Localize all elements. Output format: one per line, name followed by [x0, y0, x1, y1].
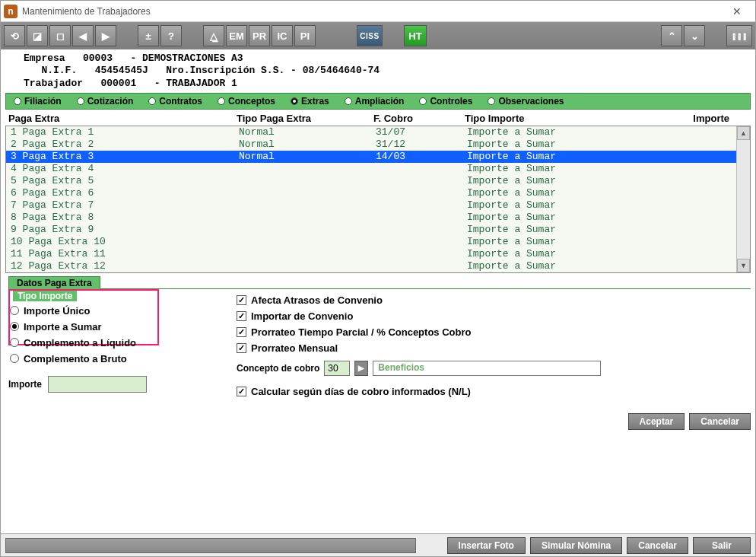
- header-f-cobro: F. Cobro: [373, 113, 465, 124]
- list-headers: Paga Extra Tipo Paga Extra F. Cobro Tipo…: [1, 111, 755, 126]
- bottom-cancelar-button[interactable]: Cancelar: [627, 537, 688, 554]
- tab-label: Contratos: [159, 96, 202, 107]
- radio-dot-icon: [148, 97, 156, 105]
- tab-label: Cotización: [87, 96, 134, 107]
- checkbox-icon[interactable]: [237, 387, 246, 396]
- refresh-button[interactable]: ⟲: [4, 25, 25, 46]
- pi-button[interactable]: PI: [294, 25, 316, 46]
- paga-extra-list[interactable]: 1 Paga Extra 1Normal31/07Importe a Sumar…: [6, 126, 750, 272]
- sort-up-button[interactable]: ⌃: [661, 25, 682, 46]
- check-importar-label: Importar de Convenio: [251, 310, 353, 322]
- table-row[interactable]: 12 Paga Extra 12Importe a Sumar: [6, 260, 750, 272]
- ic-button[interactable]: IC: [272, 25, 293, 46]
- table-row[interactable]: 11 Paga Extra 11Importe a Sumar: [6, 248, 750, 260]
- tab-contratos[interactable]: Contratos: [141, 94, 210, 109]
- inscrip-label: Nro.Inscripción S.S.: [166, 65, 284, 76]
- tab-observaciones[interactable]: Observaciones: [480, 94, 571, 109]
- header-paga-extra: Paga Extra: [8, 113, 237, 124]
- tab-ampliación[interactable]: Ampliación: [337, 94, 412, 109]
- table-row[interactable]: 8 Paga Extra 8Importe a Sumar: [6, 212, 750, 224]
- table-row[interactable]: 5 Paga Extra 5Importe a Sumar: [6, 175, 750, 187]
- tab-label: Ampliación: [355, 96, 405, 107]
- tab-conceptos[interactable]: Conceptos: [210, 94, 283, 109]
- radio-dot-icon: [488, 97, 495, 105]
- radio-icon[interactable]: [10, 338, 19, 347]
- trabajador-code: 000001: [100, 78, 136, 89]
- check-prorrateo-m[interactable]: Prorrateo Mensual: [237, 340, 751, 356]
- empresa-code: 00003: [83, 53, 113, 64]
- help-button[interactable]: ?: [160, 25, 182, 46]
- plusminus-button[interactable]: ±: [138, 25, 159, 46]
- app-icon: n: [4, 5, 17, 18]
- equalizer-button[interactable]: ⫿⫿⫿: [726, 25, 752, 46]
- checkbox-icon[interactable]: [237, 327, 246, 337]
- radio-icon[interactable]: [10, 322, 19, 331]
- checkbox-icon[interactable]: [237, 343, 246, 353]
- tab-controles[interactable]: Controles: [411, 94, 480, 109]
- trabajador-label: Trabajador: [24, 78, 83, 89]
- ht-button[interactable]: HT: [404, 25, 427, 46]
- bell-button[interactable]: △̲: [203, 25, 224, 46]
- tab-cotización[interactable]: Cotización: [69, 94, 141, 109]
- scroll-down-icon[interactable]: ▼: [737, 259, 750, 272]
- radio-complemento-a-l-quido[interactable]: Complemento a Líquido: [10, 335, 208, 351]
- check-calcular[interactable]: Calcular según días de cobro informados …: [237, 384, 751, 399]
- simular-nomina-button[interactable]: Simular Nómina: [530, 537, 622, 554]
- radio-importe-nico[interactable]: Importe Único: [10, 303, 208, 319]
- scrollbar[interactable]: ▲ ▼: [736, 126, 750, 272]
- table-row[interactable]: 7 Paga Extra 7Importe a Sumar: [6, 199, 750, 212]
- tab-filiación[interactable]: Filiación: [6, 94, 69, 109]
- checkbox-icon[interactable]: [237, 295, 246, 305]
- header-tipo-importe: Tipo Importe: [465, 113, 617, 124]
- radio-label: Importe Único: [24, 305, 90, 317]
- tab-extras[interactable]: Extras: [283, 94, 337, 109]
- table-row[interactable]: 2 Paga Extra 2Normal31/12Importe a Sumar: [6, 138, 750, 151]
- checkbox-icon[interactable]: [237, 311, 246, 321]
- titlebar: n Mantenimiento de Trabajadores ✕: [1, 1, 755, 22]
- importe-input[interactable]: [48, 376, 147, 393]
- table-row[interactable]: 4 Paga Extra 4Importe a Sumar: [6, 163, 750, 175]
- insertar-foto-button[interactable]: Insertar Foto: [447, 537, 526, 554]
- prev-button[interactable]: ◀: [72, 25, 94, 46]
- radio-dot-icon: [291, 97, 298, 105]
- salir-button[interactable]: Salir: [693, 537, 751, 554]
- sort-down-button[interactable]: ⌄: [684, 25, 705, 46]
- maximize-button[interactable]: ◪: [27, 25, 48, 46]
- table-row[interactable]: 10 Paga Extra 10Importe a Sumar: [6, 236, 750, 248]
- importe-label: Importe: [8, 379, 42, 390]
- ciss-button[interactable]: CISS: [357, 25, 383, 46]
- concepto-code-input[interactable]: [324, 361, 350, 376]
- tab-label: Filiación: [24, 96, 62, 107]
- radio-icon[interactable]: [10, 354, 19, 363]
- check-prorrateo-m-label: Prorrateo Mensual: [251, 342, 338, 354]
- table-row[interactable]: 9 Paga Extra 9Importe a Sumar: [6, 224, 750, 236]
- tab-label: Observaciones: [498, 96, 564, 107]
- table-row[interactable]: 3 Paga Extra 3Normal14/03Importe a Sumar: [6, 151, 750, 163]
- radio-label: Complemento a Líquido: [24, 337, 136, 349]
- nif-value: 45454545J: [95, 65, 148, 76]
- concepto-lookup-button[interactable]: ▶: [354, 361, 368, 376]
- check-importar[interactable]: Importar de Convenio: [237, 308, 751, 324]
- radio-icon[interactable]: [10, 306, 19, 315]
- pr-button[interactable]: PR: [249, 25, 270, 46]
- header-importe: Importe: [617, 113, 745, 124]
- stop-button[interactable]: ◻: [49, 25, 71, 46]
- radio-complemento-a-bruto[interactable]: Complemento a Bruto: [10, 351, 208, 367]
- aceptar-button[interactable]: Aceptar: [628, 413, 685, 430]
- datos-paga-extra-group: Datos Paga Extra: [8, 276, 751, 289]
- cancelar-button[interactable]: Cancelar: [689, 413, 751, 430]
- window-title: Mantenimiento de Trabajadores: [22, 6, 722, 17]
- empresa-label: Empresa: [24, 53, 65, 64]
- em-button[interactable]: EM: [226, 25, 247, 46]
- table-row[interactable]: 1 Paga Extra 1Normal31/07Importe a Sumar: [6, 126, 750, 138]
- radio-importe-a-sumar[interactable]: Importe a Sumar: [10, 319, 208, 335]
- bottom-bar: Insertar Foto Simular Nómina Cancelar Sa…: [1, 533, 755, 556]
- check-afecta[interactable]: Afecta Atrasos de Convenio: [237, 292, 751, 308]
- next-button[interactable]: ▶: [95, 25, 116, 46]
- table-row[interactable]: 6 Paga Extra 6Importe a Sumar: [6, 187, 750, 199]
- group-label: Datos Paga Extra: [8, 276, 100, 289]
- close-icon[interactable]: ✕: [722, 2, 752, 21]
- check-prorrateo-tp[interactable]: Prorrateo Tiempo Parcial / % Conceptos C…: [237, 324, 751, 340]
- concepto-label: Concepto de cobro: [237, 363, 319, 374]
- scroll-up-icon[interactable]: ▲: [737, 126, 750, 140]
